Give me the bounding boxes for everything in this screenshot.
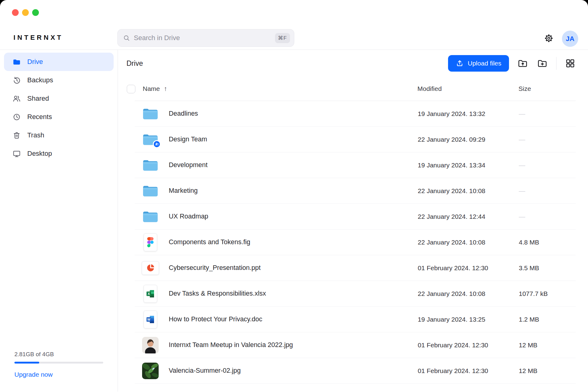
app-window: INTERNXT ⌘F JA [0,0,588,392]
file-modified-date: 22 January 2024. 10:08 [418,239,519,246]
image-thumbnail [142,363,159,379]
table-row[interactable]: Components and Tokens.fig 22 January 202… [135,230,576,255]
table-row[interactable]: Valencia-Summer-02.jpg 01 February 2024.… [135,358,576,384]
file-modified-date: 22 January 2024. 09:29 [418,136,519,143]
new-folder-button[interactable] [537,58,548,69]
svg-text:W: W [147,318,150,321]
sidebar-item-recents[interactable]: Recents [4,108,114,126]
users-icon [13,95,21,103]
table-row[interactable]: X Dev Tasks & Responsibilities.xlsx 22 J… [135,281,576,307]
internxt-logo: INTERNXT [13,34,63,42]
select-all-checkbox[interactable] [127,85,135,93]
file-name: Development [169,161,418,169]
file-name: Deadlines [169,110,418,118]
word-logo-icon: W [146,315,155,324]
file-name: Design Team [169,136,418,143]
file-size: 1.2 MB [519,316,576,323]
figma-file-icon [144,233,157,251]
file-modified-date: 22 January 2024. 10:08 [418,290,519,297]
storage-progress-bar [14,362,103,364]
file-modified-date: 01 February 2024. 12:30 [418,367,519,375]
upload-folder-button[interactable] [517,58,529,69]
user-avatar[interactable]: JA [562,31,578,47]
file-size: 3.5 MB [519,264,576,272]
table-row[interactable]: Deadlines 19 January 2024. 13:32 — [135,101,576,127]
settings-button[interactable] [543,32,555,44]
blue-folder-icon [143,185,158,197]
file-size: 4.8 MB [519,239,576,246]
upgrade-now-link[interactable]: Upgrade now [14,371,53,378]
file-name: Valencia-Summer-02.jpg [169,367,418,375]
file-size: — [519,136,576,143]
storage-usage-text: 2.81GB of 4GB [14,351,103,358]
search-input[interactable] [134,34,271,42]
history-icon [13,76,21,84]
zoom-button[interactable] [32,9,39,16]
file-size: 12 MB [519,342,576,349]
app-body: Drive Backups Shared Recents Trash Deskt… [0,50,588,392]
sidebar-item-backups[interactable]: Backups [4,71,114,89]
folder-upload-icon [518,58,528,69]
image-thumbnail [142,337,159,353]
sidebar-item-label: Backups [27,76,53,84]
file-name: Internxt Team Meetup in Valencia 2022.jp… [169,341,418,349]
table-row[interactable]: Development 19 January 2024. 13:34 — [135,152,576,178]
table-row[interactable]: UX Roadmap 22 January 2024. 12:44 — [135,204,576,230]
grid-view-button[interactable] [564,58,576,69]
sidebar-item-label: Drive [27,58,43,66]
table-row[interactable]: Cybersecurity_Presentation.ppt 01 Februa… [135,255,576,281]
sidebar-item-desktop[interactable]: Desktop [4,144,114,163]
page-title: Drive [126,59,143,68]
upload-files-label: Upload files [468,60,501,67]
file-size: 1077.7 kB [519,290,576,297]
column-header-name[interactable]: Name ↑ [143,85,167,92]
person-photo-thumbnail [142,337,159,353]
file-name: How to Protect Your Privacy.doc [169,315,418,323]
svg-text:X: X [148,292,150,296]
sidebar-item-shared[interactable]: Shared [4,89,114,108]
folder-plus-icon [537,58,548,69]
shared-folder-badge [153,140,161,148]
table-row[interactable]: Marketing 22 January 2024. 10:08 — [135,178,576,204]
search-icon [123,34,130,42]
file-list: Deadlines 19 January 2024. 13:32 — Desig… [118,101,588,384]
file-modified-date: 19 January 2024. 13:25 [418,316,519,323]
file-modified-date: 19 January 2024. 13:34 [418,162,519,169]
close-button[interactable] [12,9,19,16]
traffic-lights [12,9,39,16]
folder-icon [13,58,21,66]
clock-icon [13,113,21,121]
search-shortcut-badge: ⌘F [275,33,290,43]
blue-folder-icon [143,107,158,120]
trash-icon [13,131,21,140]
desktop-icon [13,150,21,158]
window-chrome: INTERNXT ⌘F JA [0,0,588,50]
file-name: Marketing [169,187,418,195]
word-file-icon: W [144,311,157,328]
blue-folder-icon [143,159,158,172]
sidebar: Drive Backups Shared Recents Trash Deskt… [0,50,118,392]
leaves-photo-thumbnail [142,363,159,379]
table-row[interactable]: W How to Protect Your Privacy.doc 19 Jan… [135,307,576,332]
search-bar[interactable]: ⌘F [117,29,294,47]
sidebar-item-drive[interactable]: Drive [4,53,114,71]
table-row[interactable]: Internxt Team Meetup in Valencia 2022.jp… [135,332,576,358]
sidebar-item-trash[interactable]: Trash [4,126,114,144]
table-row[interactable]: Design Team 22 January 2024. 09:29 — [135,127,576,152]
name-header-label: Name [143,85,160,92]
figma-logo-icon [147,237,154,247]
file-modified-date: 19 January 2024. 13:32 [418,110,519,118]
grid-view-icon [565,58,575,68]
file-modified-date: 22 January 2024. 10:08 [418,187,519,195]
excel-file-icon: X [144,285,157,303]
excel-logo-icon: X [146,289,155,298]
column-header-modified: Modified [417,85,442,92]
powerpoint-pie-icon [146,263,155,272]
file-modified-date: 22 January 2024. 12:44 [418,213,519,220]
file-size: — [519,213,576,220]
file-name: Dev Tasks & Responsibilities.xlsx [169,290,418,297]
file-size: — [519,110,576,118]
sidebar-item-label: Shared [27,95,49,103]
minimize-button[interactable] [22,9,29,16]
upload-files-button[interactable]: Upload files [448,55,509,72]
